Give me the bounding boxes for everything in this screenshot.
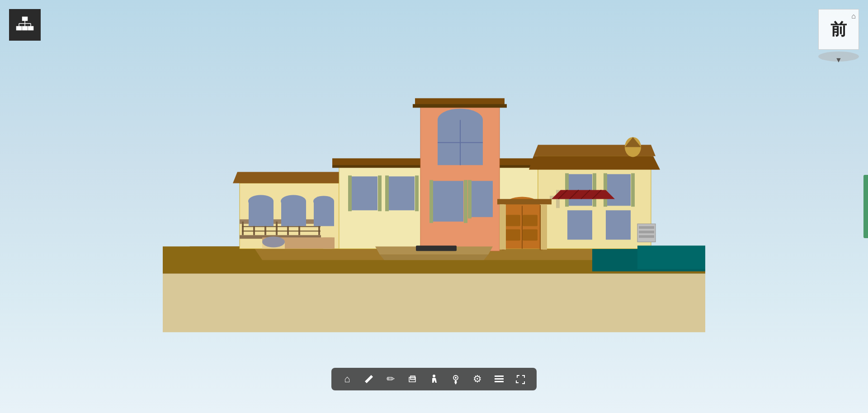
tower-lower-shutter-2l: [468, 180, 472, 218]
list-icon: [494, 375, 504, 384]
main-win-1: [350, 176, 377, 210]
toolbar-settings-button[interactable]: ⚙: [471, 372, 484, 386]
ac-vent-2: [639, 230, 654, 233]
pushpull-icon: [407, 374, 418, 385]
location-icon: [451, 374, 461, 385]
main-win-2-shutter-r: [415, 175, 419, 211]
tower-lower-win-1: [432, 181, 463, 221]
3d-scene: [0, 0, 868, 413]
ac-vent-1: [639, 226, 654, 229]
tower-lower-shutter-1l: [429, 180, 433, 223]
svg-rect-19: [495, 381, 496, 382]
person-icon: [429, 374, 439, 385]
door-panel-2: [523, 215, 538, 226]
svg-rect-10: [410, 376, 415, 380]
pool-teal: [637, 245, 705, 269]
right-wing-roof-lower: [529, 156, 660, 169]
main-win-1-shutter-r: [378, 175, 382, 211]
left-arch-win-1-top: [248, 195, 274, 207]
main-win-1-shutter-l: [348, 175, 352, 211]
main-win-2-shutter-l: [385, 175, 389, 211]
awning: [552, 190, 615, 199]
left-entry-arch: [262, 236, 285, 247]
toolbar-draw-button[interactable]: ✏: [384, 372, 397, 386]
door-panel-4: [523, 229, 538, 240]
toolbar-fullscreen-button[interactable]: [514, 372, 528, 386]
rail-bar-2: [242, 230, 321, 231]
entry-col-r: [541, 204, 547, 249]
left-wing-roof: [233, 172, 348, 183]
right-lower-win-1: [567, 210, 592, 239]
toolbar-person-button[interactable]: [427, 372, 441, 386]
tower-lower-shutter-1r: [464, 180, 467, 223]
ground-lower: [163, 273, 705, 332]
balcony-post-4: [276, 221, 278, 235]
toolbar-location-button[interactable]: [449, 372, 462, 386]
ac-vent-3: [639, 235, 654, 238]
door-panel-3: [505, 229, 520, 240]
balcony-post-1: [242, 221, 244, 235]
right-lower-win-2: [606, 210, 631, 239]
toolbar-measure-button[interactable]: [362, 372, 376, 386]
right-win-2: [606, 174, 631, 206]
building-scene-svg: [163, 70, 705, 332]
entry-pergola: [497, 199, 552, 204]
main-win-2: [387, 176, 415, 210]
svg-rect-18: [495, 378, 496, 380]
parked-car: [416, 245, 457, 251]
toolbar-home-button[interactable]: ⌂: [340, 372, 354, 386]
left-arch-win-2-top: [281, 195, 306, 207]
steps-2: [380, 254, 488, 260]
left-arch-win-3-top: [313, 196, 334, 206]
toolbar-pushpull-button[interactable]: [406, 372, 419, 386]
right-win-2-sr: [631, 173, 635, 206]
ruler-icon: [363, 374, 374, 385]
toolbar-list-button[interactable]: [492, 372, 506, 386]
tower-lower-win-2: [470, 181, 493, 217]
svg-point-11: [433, 375, 435, 377]
svg-rect-17: [495, 375, 496, 377]
bottom-toolbar: ⌂ ✏ ⚙: [331, 368, 537, 390]
tower-roof-overhang: [413, 104, 507, 108]
door-panel-1: [505, 215, 520, 226]
entry-col-l: [500, 204, 506, 249]
rail-bar-1: [242, 226, 321, 227]
fullscreen-icon: [515, 374, 526, 385]
svg-point-13: [455, 377, 457, 379]
